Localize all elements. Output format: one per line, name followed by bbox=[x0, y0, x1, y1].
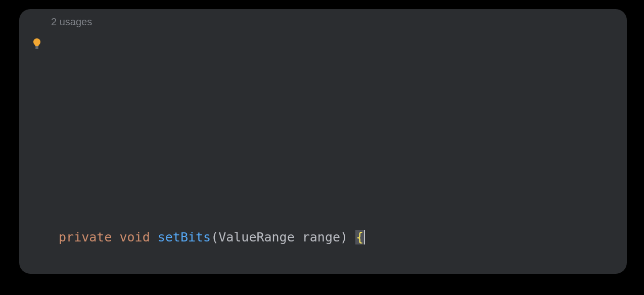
svg-rect-0 bbox=[35, 46, 38, 47]
open-brace-highlighted: { bbox=[355, 230, 365, 244]
method-name: setBits bbox=[158, 230, 211, 244]
paren-close: ) bbox=[340, 230, 348, 244]
param-type: ValueRange bbox=[218, 230, 295, 244]
param-name: range bbox=[302, 230, 340, 244]
intention-bulb-icon[interactable] bbox=[31, 34, 43, 46]
keyword-void: void bbox=[119, 230, 150, 244]
code-line[interactable]: private void setBits(ValueRange range) { bbox=[51, 226, 523, 248]
paren-open: ( bbox=[211, 230, 218, 244]
editor-panel: 2 usages private void setBits(ValueRange… bbox=[19, 9, 627, 274]
editor-gutter bbox=[19, 9, 52, 274]
code-area[interactable]: private void setBits(ValueRange range) {… bbox=[51, 29, 523, 274]
svg-rect-1 bbox=[35, 47, 38, 48]
keyword-private: private bbox=[59, 230, 112, 244]
